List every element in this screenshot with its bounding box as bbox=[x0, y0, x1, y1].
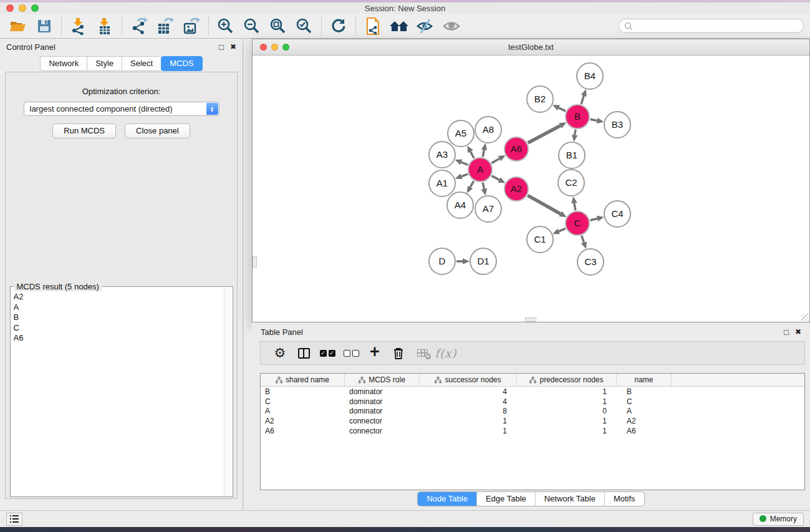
table-cell[interactable]: A6 bbox=[617, 426, 672, 436]
edge-A-A8[interactable] bbox=[483, 150, 484, 157]
show-column-button[interactable] bbox=[292, 348, 316, 359]
resize-grip[interactable] bbox=[801, 314, 809, 321]
hide-toggle-button[interactable] bbox=[412, 16, 438, 37]
table-cell[interactable]: 4 bbox=[420, 387, 517, 397]
node-C4[interactable]: C4 bbox=[604, 201, 630, 227]
table-cell[interactable]: 1 bbox=[420, 416, 517, 426]
zoom-selected-button[interactable] bbox=[291, 16, 317, 37]
import-network-button[interactable] bbox=[65, 16, 92, 37]
clone-network-button[interactable] bbox=[360, 16, 386, 37]
table-cell[interactable]: connector bbox=[345, 416, 420, 426]
zoom-fit-button[interactable] bbox=[265, 16, 291, 37]
splitter-handle[interactable] bbox=[253, 256, 257, 268]
close-panel-icon[interactable]: ✖ bbox=[795, 328, 801, 336]
edge-B-B4[interactable] bbox=[581, 96, 584, 104]
table-cell[interactable]: A2 bbox=[617, 416, 672, 426]
node-C1[interactable]: C1 bbox=[527, 226, 553, 253]
table-cell[interactable]: connector bbox=[345, 426, 420, 436]
table-cell[interactable]: dominator bbox=[345, 397, 420, 407]
deselect-all-button[interactable] bbox=[339, 350, 363, 357]
mcds-result-item[interactable]: A bbox=[14, 302, 223, 313]
node-C3[interactable]: C3 bbox=[577, 249, 604, 275]
export-image-button[interactable] bbox=[178, 16, 205, 37]
table-cell[interactable]: 1 bbox=[517, 387, 617, 397]
tab-node-table[interactable]: Node Table bbox=[418, 492, 476, 506]
refresh-button[interactable] bbox=[325, 16, 352, 37]
mcds-result-scrollbar[interactable] bbox=[224, 288, 232, 496]
zoom-out-button[interactable] bbox=[239, 16, 265, 37]
mcds-result-item[interactable]: A6 bbox=[14, 333, 223, 344]
tab-edge-table[interactable]: Edge Table bbox=[476, 492, 535, 506]
criterion-dropdown[interactable]: largest connected component (directed) ▲… bbox=[24, 102, 219, 116]
node-D[interactable]: D bbox=[429, 248, 455, 274]
table-cell[interactable]: A bbox=[261, 407, 345, 417]
delete-table-button[interactable] bbox=[410, 349, 434, 357]
zoom-in-button[interactable] bbox=[213, 16, 239, 37]
tab-mcds[interactable]: MCDS bbox=[161, 56, 202, 71]
edge-A-A1[interactable] bbox=[461, 174, 468, 177]
table-cell[interactable]: B bbox=[617, 387, 672, 397]
node-A1[interactable]: A1 bbox=[429, 170, 455, 196]
open-session-button[interactable] bbox=[5, 16, 31, 37]
edge-A-A5[interactable] bbox=[471, 152, 475, 158]
delete-column-button[interactable] bbox=[387, 347, 410, 360]
table-cell[interactable]: 8 bbox=[420, 407, 517, 417]
table-cell[interactable]: C bbox=[261, 397, 345, 407]
tab-motifs[interactable]: Motifs bbox=[604, 492, 644, 506]
save-session-button[interactable] bbox=[31, 16, 57, 37]
float-panel-icon[interactable]: □ bbox=[784, 328, 789, 336]
tab-select[interactable]: Select bbox=[122, 56, 161, 71]
home-button[interactable] bbox=[386, 16, 412, 37]
table-settings-button[interactable]: ⚙ bbox=[268, 347, 292, 360]
node-A4[interactable]: A4 bbox=[447, 192, 473, 218]
network-canvas[interactable]: B4B2BB3A5A8A6B1A3AC2A1A2A4A7C4CC1C3DD1 bbox=[253, 56, 809, 322]
table-row[interactable]: A2connector11A2 bbox=[261, 416, 804, 426]
node-A2[interactable]: A2 bbox=[504, 177, 528, 201]
table-cell[interactable]: C bbox=[617, 397, 672, 407]
table-row[interactable]: Adominator80A bbox=[261, 407, 804, 417]
edge-A-A7[interactable] bbox=[483, 183, 484, 189]
node-C[interactable]: C bbox=[566, 211, 589, 235]
edge-B-B2[interactable] bbox=[559, 108, 566, 111]
table-cell[interactable]: 1 bbox=[517, 397, 617, 407]
import-table-button[interactable] bbox=[92, 16, 118, 37]
table-cell[interactable]: 4 bbox=[420, 397, 517, 407]
node-A5[interactable]: A5 bbox=[448, 120, 474, 147]
float-panel-icon[interactable]: □ bbox=[219, 43, 224, 51]
mcds-result-item[interactable]: A2 bbox=[14, 292, 223, 302]
node-D1[interactable]: D1 bbox=[470, 248, 496, 274]
edge-A-A3[interactable] bbox=[461, 162, 468, 165]
edge-B-B1[interactable] bbox=[575, 130, 576, 135]
edge-A-A2[interactable] bbox=[492, 176, 499, 180]
node-B1[interactable]: B1 bbox=[559, 142, 585, 168]
table-cell[interactable]: B bbox=[261, 387, 345, 397]
table-cell[interactable]: 1 bbox=[517, 426, 617, 436]
table-row[interactable]: Cdominator41C bbox=[261, 397, 804, 407]
table-cell[interactable]: A6 bbox=[261, 426, 345, 436]
table-cell[interactable]: dominator bbox=[345, 387, 420, 397]
column-header-MCDS-role[interactable]: MCDS role bbox=[345, 374, 420, 386]
column-header-name[interactable]: name bbox=[617, 374, 672, 386]
tab-network-table[interactable]: Network Table bbox=[535, 492, 604, 506]
node-A7[interactable]: A7 bbox=[475, 196, 501, 222]
edge-C-C4[interactable] bbox=[590, 219, 597, 221]
export-table-button[interactable] bbox=[152, 16, 178, 37]
edge-A2-C[interactable] bbox=[528, 195, 561, 214]
edge-C-C3[interactable] bbox=[582, 236, 584, 243]
search-input[interactable] bbox=[635, 21, 791, 31]
table-cell[interactable]: dominator bbox=[345, 407, 420, 417]
node-B3[interactable]: B3 bbox=[604, 112, 630, 138]
table-cell[interactable]: 1 bbox=[420, 426, 517, 436]
node-B[interactable]: B bbox=[566, 105, 589, 128]
edge-A-A6[interactable] bbox=[491, 158, 499, 163]
table-row[interactable]: A6connector11A6 bbox=[261, 426, 804, 436]
node-C2[interactable]: C2 bbox=[558, 170, 584, 196]
table-cell[interactable]: 0 bbox=[517, 407, 617, 417]
search-field[interactable] bbox=[619, 19, 804, 33]
edge-A-A4[interactable] bbox=[470, 181, 474, 187]
table-row[interactable]: Bdominator41B bbox=[261, 387, 804, 397]
run-mcds-button[interactable]: Run MCDS bbox=[52, 123, 116, 138]
edge-C-C2[interactable] bbox=[574, 203, 576, 211]
node-A[interactable]: A bbox=[468, 158, 492, 181]
table-cell[interactable]: A2 bbox=[261, 416, 345, 426]
